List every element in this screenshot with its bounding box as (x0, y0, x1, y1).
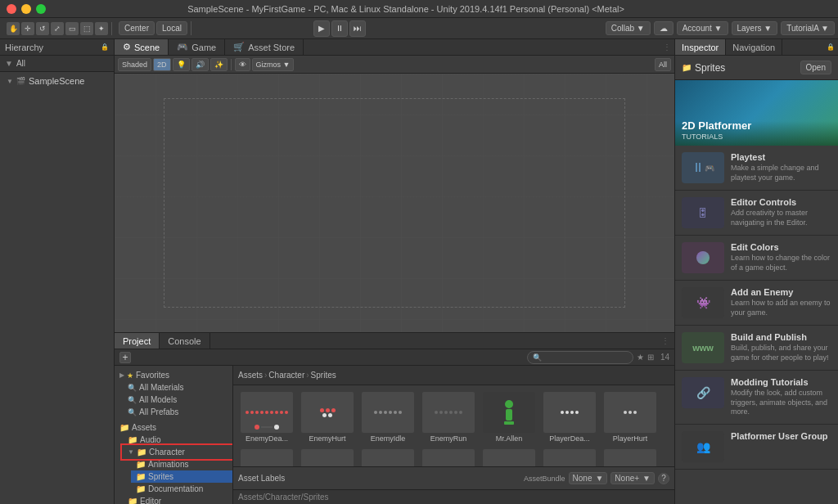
tutorial-editor-controls[interactable]: 🎛 Editor Controls Add creativity to mast… (675, 191, 838, 236)
hidden-objects-btn[interactable]: 👁 (235, 58, 250, 71)
scene-viewport[interactable] (115, 74, 674, 332)
close-button[interactable] (7, 4, 16, 14)
all-materials-item[interactable]: 🔍 All Materials (123, 381, 232, 394)
breadcrumb-sprites[interactable]: Sprites (311, 371, 336, 380)
add-asset-button[interactable]: + (119, 352, 131, 363)
navigation-tab[interactable]: Navigation (726, 39, 782, 55)
play-button[interactable]: ▶ (313, 20, 330, 37)
rotate-tool[interactable]: ↺ (36, 22, 49, 35)
assetbundle-dropdown[interactable]: None ▼ (569, 472, 608, 484)
audio-folder[interactable]: 📁 Audio (123, 434, 232, 446)
collab-button[interactable]: Collab ▼ (606, 21, 651, 35)
search-box[interactable]: 🔍 (527, 351, 633, 364)
gizmos-btn[interactable]: Gizmos ▼ (252, 58, 295, 71)
sprites-folder[interactable]: 📁 Sprites (131, 470, 232, 483)
sprites-title: Sprites (695, 62, 725, 74)
tutorial-modding[interactable]: 🔗 Modding Tutorials Modify the look, add… (675, 371, 838, 425)
asset-playerlandfall[interactable]: PlayerLand (359, 448, 417, 466)
panel-menu-icon[interactable]: ⋮ (661, 336, 669, 345)
asset-enemydeath[interactable]: EnemyDea... (238, 390, 295, 444)
assets-grid: EnemyDea... (233, 385, 674, 466)
asset-store-tab[interactable]: 🛒 Asset Store (225, 39, 304, 55)
tutorials-subtitle: TUTORIALS (682, 133, 751, 141)
inspector-tab[interactable]: Inspector (675, 39, 726, 55)
assets-grid-container: EnemyDea... (233, 385, 674, 466)
favorites-icon[interactable]: ★ (637, 353, 644, 362)
project-tab[interactable]: Project (115, 333, 160, 349)
center-area: ⚙ Scene 🎮 Game 🛒 Asset Store ⋮ Shaded 2D… (115, 39, 674, 504)
all-btn[interactable]: All (655, 58, 671, 71)
lighting-btn[interactable]: 💡 (173, 58, 190, 71)
sprites-header: 📁 Sprites Open (675, 56, 838, 80)
local-button[interactable]: Local (156, 21, 187, 35)
minimize-button[interactable] (21, 4, 31, 14)
scene-options-icon[interactable]: ⋮ (663, 43, 671, 52)
open-button[interactable]: Open (800, 61, 831, 74)
hand-tool[interactable]: ✋ (7, 22, 20, 35)
2d-button[interactable]: 2D (153, 58, 171, 71)
step-button[interactable]: ⏭ (349, 20, 366, 37)
console-tab[interactable]: Console (160, 333, 210, 349)
asset-playeridle[interactable]: PlayerIdle (238, 448, 295, 466)
tutorial-build-publish[interactable]: www Build and Publish Build, publish, an… (675, 326, 838, 371)
tutorial-playtest[interactable]: ⏸ 🎮 Playtest Make a simple change and pl… (675, 146, 838, 191)
tutorial-edit-colors[interactable]: Edit Colors Learn how to change the colo… (675, 236, 838, 281)
tutorial-button[interactable]: TutorialA ▼ (781, 21, 835, 35)
favorites-header[interactable]: ▶ ★ Favorites (115, 369, 232, 381)
pivot-group: Center Local (115, 21, 191, 35)
asset-value-dropdown[interactable]: None+ ▼ (610, 472, 655, 484)
rect-tool[interactable]: ▭ (65, 22, 79, 35)
sort-icon[interactable]: ⊞ (647, 353, 654, 362)
all-prefabs-item[interactable]: 🔍 All Prefabs (123, 406, 232, 418)
asset-labels-help[interactable]: ? (658, 473, 669, 484)
scene-tab[interactable]: ⚙ Scene (115, 39, 169, 55)
breadcrumb: Assets › Character › Sprites (238, 371, 336, 380)
inspector-lock[interactable]: 🔒 (827, 43, 835, 51)
asset-mrallen[interactable]: Mr.Allen (480, 390, 538, 444)
tutorials-panel: 2D Platformer TUTORIALS ⏸ 🎮 Playtest Mak… (675, 80, 838, 504)
layers-button[interactable]: Layers ▼ (732, 21, 778, 35)
center-button[interactable]: Center (119, 21, 155, 35)
shaded-dropdown[interactable]: Shaded (118, 58, 151, 71)
animations-folder[interactable]: 📁 Animations (131, 458, 232, 470)
game-tab[interactable]: 🎮 Game (169, 39, 225, 55)
asset-playerdeath[interactable]: PlayerDea... (541, 390, 598, 444)
scale-tool[interactable]: ⤢ (51, 22, 64, 35)
cloud-button[interactable]: ☁ (654, 21, 674, 35)
tutorial-add-enemy[interactable]: 👾 Add an Enemy Learn how to add an enemy… (675, 281, 838, 326)
main-layout: Hierarchy 🔒 ▼ All ▼ 🎬 SampleScene ⚙ Scen… (0, 39, 838, 504)
tutorial-user-group[interactable]: 👥 Platformer User Group (675, 425, 838, 470)
hierarchy-label: Hierarchy (5, 43, 43, 52)
asset-enemyrun[interactable]: EnemyRun (420, 390, 477, 444)
transform-tool[interactable]: ⬚ (80, 22, 93, 35)
pause-button[interactable]: ⏸ (331, 20, 348, 37)
all-models-item[interactable]: 🔍 All Models (123, 394, 232, 406)
editor-folder[interactable]: 📁 Editor (123, 495, 232, 504)
footer-path: Assets/Character/Sprites (233, 489, 674, 504)
assets-header[interactable]: 📁 Assets (115, 421, 232, 434)
character-folder[interactable]: ▼ 📁 Character (123, 446, 232, 458)
breadcrumb-character[interactable]: Character (268, 371, 304, 380)
account-button[interactable]: Account ▼ (677, 21, 728, 35)
asset-enemyidle[interactable]: EnemyIdle (359, 390, 417, 444)
hierarchy-header: Hierarchy 🔒 (0, 39, 114, 56)
move-tool[interactable]: ✛ (21, 22, 34, 35)
asset-tokencollect[interactable]: TokenCole... (601, 448, 659, 466)
audio-btn[interactable]: 🔊 (191, 58, 209, 71)
documentation-folder[interactable]: 📁 Documentation (131, 483, 232, 495)
right-panel: Inspector Navigation 🔒 📁 Sprites Open (674, 39, 838, 504)
asset-playerhurt[interactable]: PlayerHurt (601, 390, 659, 444)
effects-btn[interactable]: ✨ (210, 58, 228, 71)
asset-playerjump[interactable]: PlayerJump (299, 448, 356, 466)
asset-playervictory[interactable]: PlayerVict... (541, 448, 598, 466)
custom-tool[interactable]: ✦ (95, 22, 108, 35)
lock-icon: 🔒 (101, 43, 109, 51)
window-title: SampleScene - MyFirstGame - PC, Mac & Li… (46, 4, 766, 14)
asset-playerspawn[interactable]: PlayerSpa... (480, 448, 538, 466)
asset-enemyhurt[interactable]: EnemyHurt (299, 390, 356, 444)
maximize-button[interactable] (36, 4, 46, 14)
hierarchy-scene-item[interactable]: ▼ 🎬 SampleScene (0, 75, 114, 87)
asset-playerrun[interactable]: PlayerRun (420, 448, 477, 466)
breadcrumb-assets[interactable]: Assets (238, 371, 263, 380)
hierarchy-search[interactable]: ▼ (5, 59, 13, 68)
